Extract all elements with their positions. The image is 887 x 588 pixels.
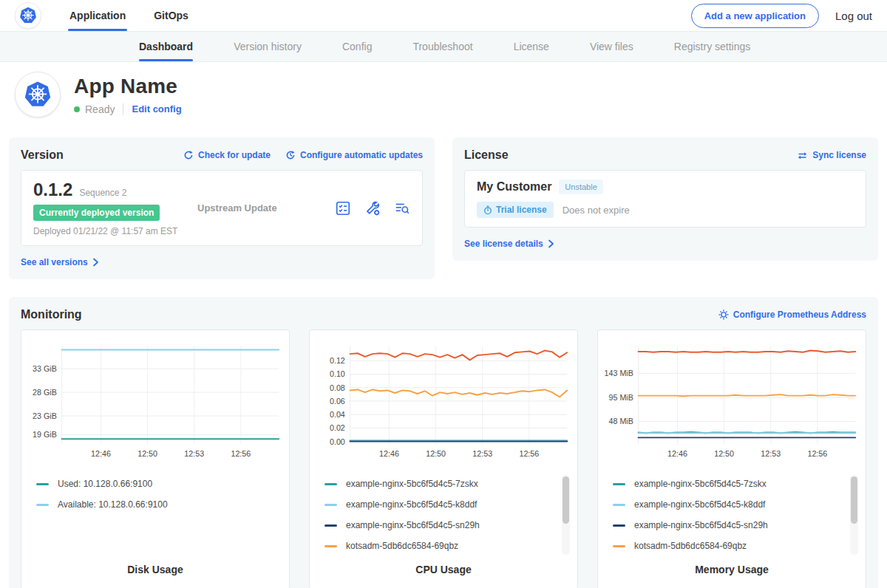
kubernetes-helm-icon bbox=[18, 5, 38, 26]
legend-color-dash bbox=[613, 483, 625, 485]
monitoring-title: Monitoring bbox=[21, 308, 82, 321]
configure-prometheus-link[interactable]: Configure Prometheus Address bbox=[718, 310, 866, 320]
deployed-version-badge: Currently deployed version bbox=[33, 205, 160, 221]
update-type-label: Upstream Update bbox=[197, 202, 277, 213]
tab-version-history[interactable]: Version history bbox=[234, 32, 302, 61]
deploy-logs-icon[interactable] bbox=[394, 200, 410, 216]
legend-label: example-nginx-5bc6f5d4c5-k8ddf bbox=[634, 499, 765, 510]
legend-color-dash bbox=[324, 524, 337, 527]
legend-color-dash bbox=[324, 504, 337, 506]
svg-text:48 MiB: 48 MiB bbox=[609, 417, 633, 425]
legend-label: kotsadm-5db6dc6584-69qbz bbox=[346, 541, 458, 551]
license-expiry: Does not expire bbox=[563, 205, 630, 216]
tab-config[interactable]: Config bbox=[342, 32, 372, 61]
tab-registry-settings[interactable]: Registry settings bbox=[674, 32, 750, 61]
svg-text:28 GiB: 28 GiB bbox=[33, 388, 57, 397]
app-header: App Name Ready Edit config bbox=[0, 62, 887, 129]
tab-gitops[interactable]: GitOps bbox=[152, 0, 190, 31]
svg-text:33 GiB: 33 GiB bbox=[33, 364, 57, 373]
legend-color-dash bbox=[324, 545, 337, 547]
legend-color-dash bbox=[36, 483, 49, 485]
sync-arrows-icon bbox=[797, 151, 808, 160]
cpu-usage-chart[interactable]: 0.000.020.040.060.080.100.1212:4612:5012… bbox=[310, 339, 577, 466]
check-for-update-link[interactable]: Check for update bbox=[183, 150, 271, 160]
add-application-button[interactable]: Add a new application bbox=[691, 4, 819, 28]
legend-scrollbar[interactable] bbox=[850, 475, 858, 555]
license-type-badge: Trial license bbox=[477, 202, 554, 218]
chart-canvas: 48 MiB95 MiB143 MiB12:4612:5012:5312:56 bbox=[602, 339, 861, 463]
legend-label: example-nginx-5bc6f5d4c5-7zskx bbox=[346, 479, 478, 489]
kubernetes-helm-icon bbox=[21, 78, 54, 111]
status-dot bbox=[74, 106, 80, 112]
svg-text:0.10: 0.10 bbox=[330, 369, 345, 378]
disk-usage-chart[interactable]: 19 GiB23 GiB28 GiB33 GiB12:4612:5012:531… bbox=[21, 339, 289, 466]
legend-item: example-nginx-5bc6f5d4c5-7zskx bbox=[324, 474, 570, 494]
legend-color-dash bbox=[613, 524, 625, 527]
top-nav-right: Add a new application Log out bbox=[691, 4, 872, 28]
svg-text:12:53: 12:53 bbox=[761, 449, 781, 458]
legend-item: example-nginx-5bc6f5d4c5-sn29h bbox=[324, 515, 570, 536]
chevron-right-icon bbox=[548, 239, 554, 248]
refresh-icon bbox=[183, 150, 194, 160]
edit-config-link[interactable]: Edit config bbox=[132, 103, 181, 114]
legend-item: example-nginx-5bc6f5d4c5-k8ddf bbox=[613, 494, 858, 515]
svg-text:0.08: 0.08 bbox=[330, 383, 345, 392]
tab-license[interactable]: License bbox=[514, 32, 549, 61]
svg-text:12:46: 12:46 bbox=[667, 449, 687, 458]
svg-text:19 GiB: 19 GiB bbox=[33, 430, 57, 439]
version-number: 0.1.2 bbox=[33, 180, 72, 200]
legend-label: example-nginx-5bc6f5d4c5-k8ddf bbox=[346, 499, 477, 510]
kubernetes-logo[interactable] bbox=[15, 2, 41, 29]
svg-text:95 MiB: 95 MiB bbox=[609, 393, 633, 402]
gear-icon bbox=[718, 310, 729, 320]
cpu-usage-legend: example-nginx-5bc6f5d4c5-7zskxexample-ng… bbox=[324, 474, 570, 558]
preflight-checks-icon[interactable] bbox=[335, 200, 351, 216]
svg-text:12:53: 12:53 bbox=[472, 449, 492, 458]
svg-text:12:50: 12:50 bbox=[426, 449, 446, 458]
svg-text:12:56: 12:56 bbox=[519, 449, 539, 458]
sync-license-link[interactable]: Sync license bbox=[797, 150, 866, 160]
disk-usage-card: 19 GiB23 GiB28 GiB33 GiB12:4612:5012:531… bbox=[21, 329, 290, 588]
memory-usage-title: Memory Usage bbox=[598, 564, 866, 575]
tab-application[interactable]: Application bbox=[68, 0, 127, 31]
configure-automatic-updates-link[interactable]: Configure automatic updates bbox=[285, 150, 423, 160]
legend-label: Used: 10.128.0.66:9100 bbox=[58, 479, 152, 489]
config-wrench-icon[interactable] bbox=[364, 200, 381, 216]
stopwatch-icon bbox=[483, 205, 492, 215]
see-all-versions-link[interactable]: See all versions bbox=[21, 257, 99, 267]
disk-usage-title: Disk Usage bbox=[21, 564, 289, 575]
tab-troubleshoot[interactable]: Troubleshoot bbox=[412, 32, 472, 61]
legend-item: example-nginx-5bc6f5d4c5-sn29h bbox=[613, 515, 858, 536]
tab-view-files[interactable]: View files bbox=[590, 32, 633, 61]
svg-text:0.04: 0.04 bbox=[330, 410, 345, 419]
clock-refresh-icon bbox=[285, 150, 296, 160]
legend-label: Available: 10.128.0.66:9100 bbox=[58, 499, 168, 510]
svg-text:23 GiB: 23 GiB bbox=[33, 411, 57, 420]
legend-color-dash bbox=[613, 504, 625, 506]
memory-usage-chart[interactable]: 48 MiB95 MiB143 MiB12:4612:5012:5312:56 bbox=[598, 339, 866, 466]
channel-badge: Unstable bbox=[559, 180, 602, 194]
legend-item: kotsadm-5db6dc6584-69qbz bbox=[613, 536, 858, 556]
disk-usage-legend: Used: 10.128.0.66:9100Available: 10.128.… bbox=[36, 474, 282, 558]
legend-item: example-nginx-5bc6f5d4c5-k8ddf bbox=[324, 494, 570, 515]
deployed-timestamp: Deployed 01/21/22 @ 11:57 am EST bbox=[33, 226, 197, 236]
legend-item: example-nginx-5bc6f5d4c5-7zskx bbox=[613, 474, 858, 494]
legend-scrollbar[interactable] bbox=[562, 475, 570, 555]
svg-text:12:50: 12:50 bbox=[137, 449, 157, 458]
see-license-details-link[interactable]: See license details bbox=[464, 239, 554, 249]
legend-item: Used: 10.128.0.66:9100 bbox=[36, 474, 282, 494]
svg-text:12:46: 12:46 bbox=[91, 449, 111, 458]
current-version-box: 0.1.2 Sequence 2 Currently deployed vers… bbox=[21, 170, 423, 246]
svg-text:12:46: 12:46 bbox=[379, 449, 399, 458]
legend-label: kotsadm-5db6dc6584-69qbz bbox=[634, 541, 747, 551]
app-status: Ready bbox=[85, 103, 115, 115]
license-card: License Sync license My Customer Unstabl… bbox=[452, 137, 878, 261]
tab-dashboard[interactable]: Dashboard bbox=[139, 32, 193, 61]
version-card: Version Check for update Configure au bbox=[9, 137, 435, 279]
license-card-title: License bbox=[464, 148, 509, 162]
logout-button[interactable]: Log out bbox=[835, 10, 872, 22]
top-nav: Application GitOps Add a new application… bbox=[0, 0, 887, 31]
version-sequence: Sequence 2 bbox=[79, 188, 126, 198]
divider bbox=[123, 103, 123, 115]
svg-text:12:50: 12:50 bbox=[714, 449, 734, 458]
